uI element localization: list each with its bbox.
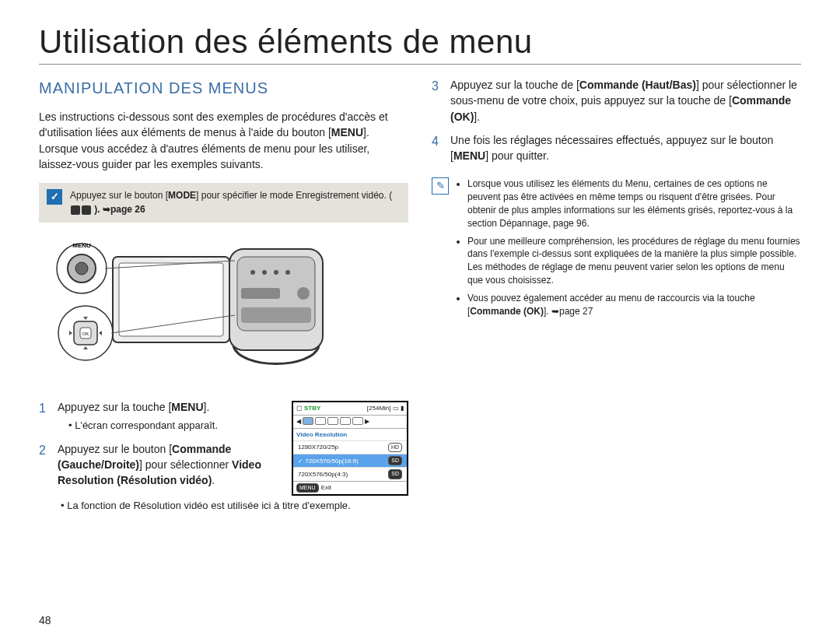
photo-mode-icon	[82, 205, 91, 215]
menu-item: 720X576/50p(4:3) SD	[293, 467, 407, 480]
step-number: 2	[39, 441, 50, 489]
step-3: 3 Appuyez sur la touche de [Commande (Ha…	[432, 77, 801, 125]
camera-svg: MENU OK	[39, 233, 334, 381]
note-item: Lorsque vous utilisez les éléments du Me…	[467, 177, 801, 230]
tip-box: ✓ Appuyez sur le bouton [MODE] pour spéc…	[39, 183, 408, 223]
menu-tab	[352, 417, 363, 425]
camcorder-illustration: MENU OK	[39, 233, 408, 385]
step-bullet: • L'écran correspondant apparaît.	[68, 419, 278, 433]
menu-exit-row: MENU Exit	[293, 481, 407, 494]
step-number: 1	[39, 399, 50, 433]
card-status-icon: ▭	[393, 405, 399, 412]
pencil-note-icon: ✎	[432, 177, 449, 195]
intro-paragraph: Les instructions ci-dessous sont des exe…	[39, 109, 408, 172]
arrow-left-icon: ◀	[296, 417, 301, 426]
page-title: Utilisation des éléments de menu	[39, 23, 801, 65]
step-2: 2 Appuyez sur le bouton [Commande (Gauch…	[39, 441, 278, 489]
check-icon: ✓	[298, 458, 303, 465]
step-body: Une fois les réglages nécessaires effect…	[450, 132, 801, 164]
menu-button-badge: MENU	[296, 483, 319, 493]
step-1-2-row: 1 Appuyez sur la touche [MENU]. • L'écra…	[39, 399, 408, 496]
svg-point-9	[297, 287, 310, 300]
step-1: 1 Appuyez sur la touche [MENU]. • L'écra…	[39, 399, 278, 433]
menu-item: 1280X720/25p HD	[293, 440, 407, 454]
manual-page: Utilisation des éléments de menu MANIPUL…	[0, 0, 840, 642]
step-4: 4 Une fois les réglages nécessaires effe…	[432, 132, 801, 164]
menu-label: MENU	[72, 242, 91, 249]
svg-point-4	[250, 270, 255, 275]
left-column: MANIPULATION DES MENUS Les instructions …	[39, 77, 408, 514]
step-body: Appuyez sur la touche de [Commande (Haut…	[450, 77, 801, 125]
stby-indicator: STBY	[304, 404, 320, 413]
menu-item-selected: ✓ 720X576/50p(16:9) SD	[293, 454, 407, 467]
right-column: 3 Appuyez sur la touche de [Commande (Ha…	[432, 77, 801, 514]
hd-badge: HD	[388, 443, 402, 452]
sd-badge: SD	[388, 469, 402, 479]
step-body: Appuyez sur le bouton [Commande (Gauche/…	[58, 441, 278, 489]
menu-section-label: Video Resolution	[293, 429, 407, 441]
lcd-menu-illustration: ▢ STBY [254Min] ▭ ▮ ◀	[292, 401, 408, 495]
step-body: Appuyez sur la touche [MENU]. • L'écran …	[58, 399, 278, 433]
notes-list: Lorsque vous utilisez les éléments du Me…	[457, 177, 801, 322]
time-remaining: [254Min]	[367, 405, 391, 412]
menu-tab	[340, 417, 351, 425]
note-item: Pour une meilleure compréhension, les pr…	[467, 235, 801, 287]
svg-point-5	[262, 270, 267, 275]
svg-point-7	[285, 270, 290, 275]
intro-text: Les instructions ci-dessous sont des exe…	[39, 111, 388, 170]
menu-tab	[315, 417, 326, 425]
checkmark-icon: ✓	[47, 189, 62, 205]
card-icon: ▢	[296, 404, 303, 413]
step-number: 3	[432, 77, 443, 125]
svg-rect-1	[119, 263, 223, 336]
section-heading: MANIPULATION DES MENUS	[39, 77, 408, 100]
battery-icon: ▮	[401, 405, 404, 412]
note-item: Vous pouvez également accéder au menu de…	[467, 292, 801, 318]
step-bullet: • La fonction de Résolution vidéo est ut…	[61, 499, 408, 514]
ok-label: OK	[82, 332, 89, 336]
content-columns: MANIPULATION DES MENUS Les instructions …	[39, 77, 801, 514]
svg-rect-10	[241, 307, 311, 323]
sd-badge: SD	[388, 456, 402, 465]
video-mode-icon	[71, 205, 80, 215]
menu-tab	[327, 417, 338, 425]
lcd-status-bar: ▢ STBY [254Min] ▭ ▮	[293, 402, 407, 416]
menu-tab	[303, 417, 313, 425]
notes-block: ✎ Lorsque vous utilisez les éléments du …	[432, 177, 801, 322]
svg-rect-8	[241, 288, 280, 299]
page-number: 48	[39, 614, 51, 626]
tip-text: Appuyez sur le bouton [MODE] pour spécif…	[70, 189, 401, 216]
svg-point-13	[75, 262, 88, 275]
arrow-right-icon: ▶	[365, 417, 369, 426]
lcd-menu-tabs: ◀ ▶	[293, 416, 407, 429]
svg-point-6	[274, 270, 278, 275]
step-number: 4	[432, 132, 443, 164]
